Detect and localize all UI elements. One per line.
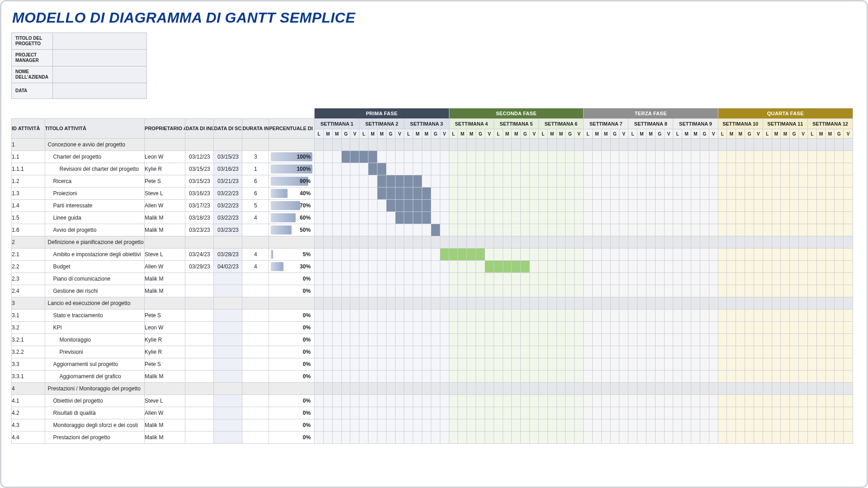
task-duration[interactable] [242, 310, 269, 322]
timeline-cell[interactable] [476, 175, 485, 188]
task-start-date[interactable]: 03/17/23 [185, 200, 214, 212]
task-duration[interactable] [242, 236, 269, 249]
timeline-cell[interactable] [315, 322, 324, 334]
timeline-cell[interactable] [530, 334, 539, 346]
timeline-cell[interactable] [395, 188, 404, 200]
timeline-cell[interactable] [584, 175, 593, 188]
timeline-cell[interactable] [799, 432, 808, 444]
timeline-cell[interactable] [557, 310, 566, 322]
timeline-cell[interactable] [790, 419, 799, 432]
timeline-cell[interactable] [816, 371, 826, 383]
timeline-cell[interactable] [844, 224, 853, 236]
timeline-cell[interactable] [799, 188, 808, 200]
timeline-cell[interactable] [601, 371, 610, 383]
timeline-cell[interactable] [718, 249, 727, 261]
timeline-cell[interactable] [566, 346, 575, 358]
timeline-cell[interactable] [494, 163, 503, 175]
timeline-cell[interactable] [547, 224, 557, 236]
task-row[interactable]: 4.2Risultati di qualitàAllen W0% [12, 407, 853, 419]
timeline-cell[interactable] [449, 322, 458, 334]
timeline-cell[interactable] [440, 236, 449, 249]
timeline-cell[interactable] [584, 200, 593, 212]
timeline-cell[interactable] [449, 346, 458, 358]
timeline-cell[interactable] [368, 200, 377, 212]
timeline-cell[interactable] [673, 151, 682, 163]
timeline-cell[interactable] [440, 212, 449, 224]
timeline-cell[interactable] [449, 249, 458, 261]
task-duration[interactable]: 6 [242, 188, 269, 200]
timeline-cell[interactable] [440, 383, 449, 395]
timeline-cell[interactable] [835, 297, 844, 310]
timeline-cell[interactable] [368, 395, 377, 407]
timeline-cell[interactable] [315, 334, 324, 346]
timeline-cell[interactable] [584, 249, 593, 261]
timeline-cell[interactable] [745, 200, 754, 212]
timeline-cell[interactable] [359, 261, 368, 273]
timeline-cell[interactable] [718, 151, 727, 163]
timeline-cell[interactable] [691, 139, 700, 151]
timeline-cell[interactable] [619, 261, 628, 273]
timeline-cell[interactable] [807, 407, 816, 419]
timeline-cell[interactable] [619, 224, 628, 236]
timeline-cell[interactable] [547, 358, 557, 371]
timeline-cell[interactable] [691, 163, 700, 175]
timeline-cell[interactable] [323, 175, 332, 188]
timeline-cell[interactable] [727, 371, 736, 383]
timeline-cell[interactable] [315, 346, 324, 358]
timeline-cell[interactable] [368, 285, 377, 297]
timeline-cell[interactable] [350, 249, 359, 261]
timeline-cell[interactable] [610, 371, 619, 383]
timeline-cell[interactable] [718, 139, 727, 151]
timeline-cell[interactable] [745, 310, 754, 322]
task-end-date[interactable]: 03/22/23 [214, 200, 242, 212]
timeline-cell[interactable] [664, 432, 673, 444]
task-duration[interactable]: 5 [242, 200, 269, 212]
timeline-cell[interactable] [404, 432, 413, 444]
timeline-cell[interactable] [458, 334, 467, 346]
timeline-cell[interactable] [781, 151, 790, 163]
timeline-cell[interactable] [628, 139, 637, 151]
timeline-cell[interactable] [530, 346, 539, 358]
timeline-cell[interactable] [745, 358, 754, 371]
timeline-cell[interactable] [440, 249, 449, 261]
task-start-date[interactable] [185, 407, 214, 419]
timeline-cell[interactable] [467, 188, 476, 200]
timeline-cell[interactable] [413, 395, 422, 407]
timeline-cell[interactable] [538, 358, 547, 371]
timeline-cell[interactable] [655, 334, 664, 346]
timeline-cell[interactable] [440, 200, 449, 212]
timeline-cell[interactable] [736, 419, 745, 432]
task-row[interactable]: 3.2KPILeon W0% [12, 322, 853, 334]
timeline-cell[interactable] [530, 322, 539, 334]
task-owner[interactable]: Kylie R [145, 163, 185, 175]
timeline-cell[interactable] [718, 334, 727, 346]
task-start-date[interactable] [185, 139, 214, 151]
timeline-cell[interactable] [646, 322, 655, 334]
timeline-cell[interactable] [835, 322, 844, 334]
timeline-cell[interactable] [431, 371, 440, 383]
timeline-cell[interactable] [835, 407, 844, 419]
timeline-cell[interactable] [521, 236, 530, 249]
timeline-cell[interactable] [763, 273, 772, 285]
timeline-cell[interactable] [512, 432, 521, 444]
timeline-cell[interactable] [566, 432, 575, 444]
timeline-cell[interactable] [799, 224, 808, 236]
timeline-cell[interactable] [547, 212, 557, 224]
timeline-cell[interactable] [521, 419, 530, 432]
timeline-cell[interactable] [682, 188, 691, 200]
timeline-cell[interactable] [763, 285, 772, 297]
timeline-cell[interactable] [404, 371, 413, 383]
timeline-cell[interactable] [601, 261, 610, 273]
timeline-cell[interactable] [538, 273, 547, 285]
task-row[interactable]: 1.6Avvio del progettoMalik M03/23/2303/2… [12, 224, 853, 236]
timeline-cell[interactable] [530, 358, 539, 371]
timeline-cell[interactable] [799, 383, 808, 395]
timeline-cell[interactable] [700, 273, 709, 285]
timeline-cell[interactable] [736, 212, 745, 224]
timeline-cell[interactable] [404, 285, 413, 297]
timeline-cell[interactable] [485, 407, 494, 419]
timeline-cell[interactable] [835, 151, 844, 163]
timeline-cell[interactable] [709, 346, 718, 358]
timeline-cell[interactable] [736, 334, 745, 346]
timeline-cell[interactable] [538, 200, 547, 212]
